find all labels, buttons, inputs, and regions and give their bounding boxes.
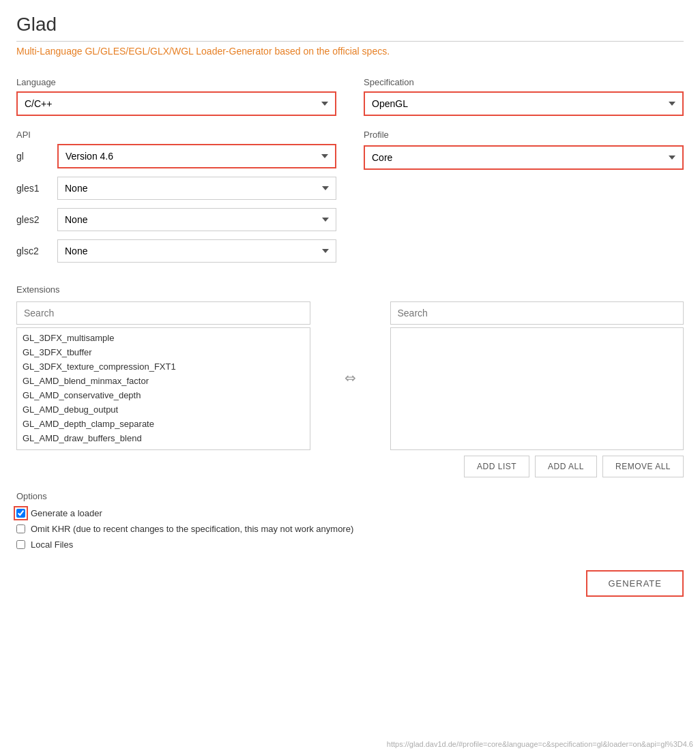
omit-khr-row: Omit KHR (due to recent changes to the s…	[16, 524, 684, 534]
api-gles1-row: gles1 None Version 1.0	[16, 177, 336, 200]
arrow-icon: ⇔	[345, 370, 356, 386]
page-subtitle: Multi-Language GL/GLES/EGL/GLX/WGL Loade…	[16, 46, 684, 57]
profile-label: Profile	[364, 130, 684, 140]
list-item[interactable]: GL_3DFX_texture_compression_FXT1	[17, 359, 310, 374]
extensions-left-search[interactable]	[16, 301, 310, 325]
extensions-section: Extensions GL_3DFX_multisample GL_3DFX_t…	[16, 284, 684, 477]
profile-select[interactable]: Core Compatibility	[364, 145, 684, 170]
api-gl-select[interactable]: None Version 1.0 Version 1.1 Version 2.0…	[57, 144, 336, 168]
api-label: API	[16, 130, 336, 140]
generate-loader-label[interactable]: Generate a loader	[31, 508, 102, 518]
url-hint: https://glad.dav1d.de/#profile=core&lang…	[387, 740, 693, 748]
list-item[interactable]: GL_AMD_draw_buffers_blend	[17, 431, 310, 445]
api-gles2-name: gles2	[16, 214, 57, 225]
remove-all-button[interactable]: REMOVE ALL	[602, 456, 684, 477]
profile-section: Profile Core Compatibility	[364, 130, 684, 271]
extensions-buttons: ADD LIST ADD ALL REMOVE ALL	[390, 456, 684, 477]
generate-loader-row: Generate a loader	[16, 508, 684, 518]
options-section: Options Generate a loader Omit KHR (due …	[16, 491, 684, 550]
api-gles1-name: gles1	[16, 183, 57, 194]
specification-label: Specification	[364, 77, 684, 87]
extensions-right-search[interactable]	[390, 301, 684, 325]
api-gl-name: gl	[16, 151, 57, 162]
extensions-label: Extensions	[16, 284, 684, 295]
list-item[interactable]: GL_3DFX_tbuffer	[17, 345, 310, 359]
list-item[interactable]: GL_AMD_conservative_depth	[17, 388, 310, 402]
list-item[interactable]: GL_3DFX_multisample	[17, 331, 310, 345]
extensions-left-panel: GL_3DFX_multisample GL_3DFX_tbuffer GL_3…	[16, 301, 310, 450]
list-item[interactable]: GL_AMD_framebuffer_multisample_advanced	[17, 445, 310, 450]
language-label: Language	[16, 77, 336, 87]
omit-khr-label[interactable]: Omit KHR (due to recent changes to the s…	[31, 524, 353, 534]
api-gles1-select[interactable]: None Version 1.0	[57, 177, 336, 200]
add-all-button[interactable]: ADD ALL	[535, 456, 597, 477]
local-files-label[interactable]: Local Files	[31, 539, 73, 550]
generate-loader-checkbox[interactable]	[16, 509, 25, 518]
specification-select[interactable]: OpenGL OpenGL ES EGL GLX WGL	[364, 91, 684, 116]
extensions-selected-list[interactable]	[390, 327, 684, 450]
specification-field: Specification OpenGL OpenGL ES EGL GLX W…	[364, 77, 684, 116]
api-gles2-select[interactable]: None Version 2.0 Version 3.0 Version 3.1…	[57, 208, 336, 231]
language-field: Language C/C++ C D Nim Pascal Rust Volt	[16, 77, 336, 116]
api-gl-row: gl None Version 1.0 Version 1.1 Version …	[16, 144, 336, 168]
api-glsc2-name: glsc2	[16, 246, 57, 256]
page-title: Glad	[16, 14, 684, 42]
api-glsc2-select[interactable]: None Version 2.0	[57, 239, 336, 263]
options-label: Options	[16, 491, 684, 501]
transfer-arrow: ⇔	[338, 370, 363, 386]
add-list-button[interactable]: ADD LIST	[464, 456, 529, 477]
list-item[interactable]: GL_AMD_debug_output	[17, 402, 310, 417]
api-gles2-row: gles2 None Version 2.0 Version 3.0 Versi…	[16, 208, 336, 231]
generate-row: GENERATE	[16, 570, 684, 597]
extensions-right-panel: ADD LIST ADD ALL REMOVE ALL	[390, 301, 684, 477]
generate-button[interactable]: GENERATE	[586, 570, 684, 597]
api-section: API gl None Version 1.0 Version 1.1 Vers…	[16, 130, 336, 271]
list-item[interactable]: GL_AMD_depth_clamp_separate	[17, 417, 310, 431]
local-files-row: Local Files	[16, 539, 684, 550]
local-files-checkbox[interactable]	[16, 540, 25, 549]
extensions-list[interactable]: GL_3DFX_multisample GL_3DFX_tbuffer GL_3…	[16, 327, 310, 450]
list-item[interactable]: GL_AMD_blend_minmax_factor	[17, 374, 310, 388]
api-glsc2-row: glsc2 None Version 2.0	[16, 239, 336, 263]
omit-khr-checkbox[interactable]	[16, 524, 25, 533]
language-select[interactable]: C/C++ C D Nim Pascal Rust Volt	[16, 91, 336, 116]
